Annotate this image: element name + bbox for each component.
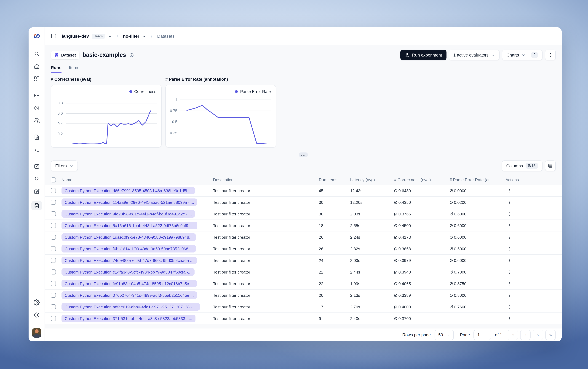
info-icon[interactable] bbox=[129, 53, 134, 57]
chevron-down-icon[interactable] bbox=[142, 34, 146, 38]
breadcrumb-separator: / bbox=[151, 33, 152, 39]
row-height-button[interactable] bbox=[545, 161, 556, 171]
run-latency: 2.03s bbox=[350, 212, 394, 216]
row-actions-button[interactable] bbox=[505, 314, 514, 323]
run-name-link[interactable]: Custom Python Execution 5a15a616-1bab-44… bbox=[61, 222, 197, 229]
run-name-link[interactable]: Custom Python Execution 9fe23f98-881e-44… bbox=[61, 210, 195, 218]
row-actions-button[interactable] bbox=[505, 210, 514, 218]
tab-runs[interactable]: Runs bbox=[51, 65, 61, 72]
select-all-checkbox[interactable] bbox=[51, 177, 56, 182]
run-latency: 2.24s bbox=[350, 235, 394, 239]
breadcrumb-environment[interactable]: no-filter bbox=[123, 34, 139, 39]
run-correctness-avg: Ø 0.3766 bbox=[394, 212, 450, 216]
breadcrumb-section[interactable]: Datasets bbox=[157, 34, 175, 39]
sidebar-item-playground[interactable] bbox=[32, 147, 41, 153]
row-actions-button[interactable] bbox=[505, 256, 514, 264]
sidebar-item-dashboards[interactable] bbox=[32, 76, 41, 82]
column-header-actions: Actions bbox=[504, 177, 556, 182]
kebab-menu-icon bbox=[507, 281, 512, 286]
row-actions-button[interactable] bbox=[505, 198, 514, 206]
chevron-down-icon[interactable] bbox=[108, 34, 112, 38]
run-name-link[interactable]: Custom Python Execution 076b2704-341d-48… bbox=[61, 291, 197, 299]
row-actions-button[interactable] bbox=[505, 221, 514, 230]
breadcrumb-project[interactable]: langfuse-dev bbox=[62, 34, 89, 39]
sidebar-item-sessions[interactable] bbox=[32, 105, 41, 111]
sidebar-toggle-icon[interactable] bbox=[50, 33, 57, 39]
lifebuoy-icon bbox=[33, 312, 40, 318]
run-name-link[interactable]: Custom Python Execution adfae619-abb0-4d… bbox=[61, 303, 200, 311]
chevron-down-icon bbox=[521, 53, 526, 57]
rows-per-page-select[interactable]: 50 bbox=[435, 330, 454, 340]
run-name-link[interactable]: Custom Python Execution d66e7991-8595-45… bbox=[61, 187, 195, 195]
row-actions-button[interactable] bbox=[505, 291, 514, 299]
charts-dropdown[interactable]: Charts 2 bbox=[502, 50, 542, 60]
run-name-link[interactable]: Custom Python Execution fe91b83e-04a5-47… bbox=[61, 280, 196, 287]
run-experiment-button[interactable]: Run experiment bbox=[401, 50, 447, 60]
row-actions-button[interactable] bbox=[505, 268, 514, 276]
page-number-input[interactable] bbox=[474, 330, 491, 340]
row-checkbox[interactable] bbox=[51, 304, 56, 309]
run-items-count: 20 bbox=[319, 293, 350, 297]
row-checkbox[interactable] bbox=[51, 188, 56, 193]
run-name-link[interactable]: Custom Python Execution e14fa348-5cfc-49… bbox=[61, 268, 195, 276]
row-checkbox[interactable] bbox=[51, 200, 56, 205]
langfuse-logo[interactable] bbox=[29, 27, 45, 45]
dataset-entity-badge: Dataset bbox=[51, 51, 79, 59]
sidebar-item-home[interactable] bbox=[32, 63, 41, 69]
run-latency: 2.55s bbox=[350, 223, 394, 228]
columns-button[interactable]: Columns 8/15 bbox=[502, 161, 542, 171]
next-page-button[interactable]: › bbox=[533, 330, 543, 340]
prev-page-button[interactable]: ‹ bbox=[520, 330, 530, 340]
sidebar-item-annotation[interactable] bbox=[32, 188, 41, 195]
sidebar-item-settings[interactable] bbox=[32, 299, 41, 306]
run-items-count: 24 bbox=[319, 258, 350, 263]
sidebar-item-scores[interactable] bbox=[32, 163, 41, 170]
sidebar-item-search[interactable] bbox=[32, 51, 41, 57]
chart-card: Parse Error Rate 0.250.50.751 bbox=[165, 85, 276, 148]
user-avatar[interactable] bbox=[32, 328, 41, 338]
sidebar-item-tracing[interactable] bbox=[32, 92, 41, 99]
run-description: Test our filter creator bbox=[209, 235, 319, 239]
sidebar-item-llm-judge[interactable] bbox=[32, 176, 41, 182]
kebab-menu-icon bbox=[507, 270, 512, 274]
run-description: Test our filter creator bbox=[209, 200, 319, 205]
row-actions-button[interactable] bbox=[505, 279, 514, 288]
run-name-link[interactable]: Custom Python Execution 74de488e-ec9d-47… bbox=[61, 256, 196, 264]
charts-count-badge: 2 bbox=[531, 52, 538, 58]
row-checkbox[interactable] bbox=[51, 316, 56, 321]
run-items-count: 22 bbox=[319, 270, 350, 274]
run-correctness-avg: Ø 0.3979 bbox=[394, 258, 450, 263]
evaluators-dropdown[interactable]: 1 active evaluators bbox=[449, 50, 500, 60]
sidebar-item-users[interactable] bbox=[32, 117, 41, 124]
row-actions-button[interactable] bbox=[505, 245, 514, 253]
header-actions: Run experiment 1 active evaluators Chart… bbox=[401, 50, 556, 60]
run-name-link[interactable]: Custom Python Execution 114aa9ef-29e6-4e… bbox=[61, 198, 197, 206]
columns-label: Columns bbox=[506, 164, 523, 168]
row-checkbox[interactable] bbox=[51, 246, 56, 251]
sidebar-item-prompts[interactable] bbox=[32, 134, 41, 140]
run-name-link[interactable]: Custom Python Execution f6bb1614-1f90-40… bbox=[61, 245, 196, 253]
first-page-button[interactable]: « bbox=[508, 330, 518, 340]
run-name-link[interactable]: Custom Python Execution 1daec0f9-5e78-43… bbox=[61, 233, 196, 241]
row-actions-button[interactable] bbox=[505, 186, 514, 195]
row-checkbox[interactable] bbox=[51, 235, 56, 240]
sidebar-item-support[interactable] bbox=[32, 312, 41, 318]
run-name-link[interactable]: Custom Python Execution 371f531c-abff-4d… bbox=[61, 315, 195, 322]
resize-drag-handle[interactable] bbox=[299, 153, 307, 157]
row-checkbox[interactable] bbox=[51, 293, 56, 298]
last-page-button[interactable]: » bbox=[545, 330, 556, 340]
row-checkbox[interactable] bbox=[51, 211, 56, 216]
row-actions-button[interactable] bbox=[505, 303, 514, 311]
row-checkbox[interactable] bbox=[51, 281, 56, 286]
run-items-count: 18 bbox=[319, 223, 350, 228]
filters-button[interactable]: Filters bbox=[51, 161, 78, 171]
sidebar-item-datasets[interactable] bbox=[31, 201, 42, 210]
tab-items[interactable]: Items bbox=[69, 65, 79, 72]
flask-icon bbox=[405, 53, 410, 57]
row-checkbox[interactable] bbox=[51, 269, 56, 275]
row-checkbox[interactable] bbox=[51, 258, 56, 263]
row-actions-button[interactable] bbox=[505, 233, 514, 241]
charts-label: Charts bbox=[507, 53, 519, 57]
row-checkbox[interactable] bbox=[51, 223, 56, 228]
more-actions-button[interactable] bbox=[545, 50, 556, 60]
